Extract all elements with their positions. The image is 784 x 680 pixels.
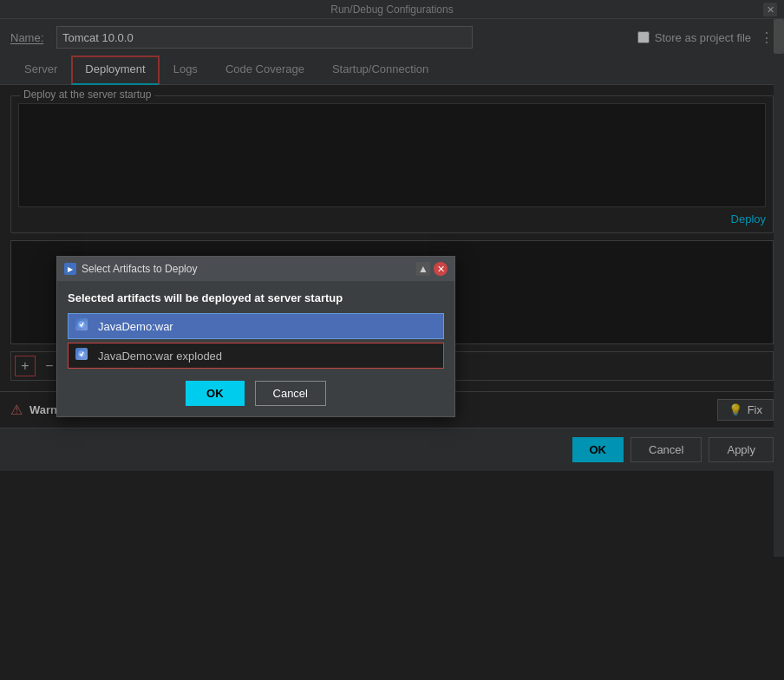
modal-title-bar: ▶ Select Artifacts to Deploy ▲ ✕	[57, 257, 454, 281]
modal-close-button[interactable]: ✕	[434, 262, 448, 276]
modal-title-text: Select Artifacts to Deploy	[82, 263, 197, 275]
artifact-item-1[interactable]: JavaDemo:war exploded	[68, 343, 444, 369]
select-artifacts-modal: ▶ Select Artifacts to Deploy ▲ ✕ Selecte…	[56, 256, 455, 417]
modal-buttons: OK Cancel	[68, 381, 444, 406]
artifact-item-0[interactable]: JavaDemo:war	[68, 313, 444, 339]
artifact-icon-1	[75, 348, 91, 363]
modal-cancel-button[interactable]: Cancel	[255, 381, 326, 406]
modal-description: Selected artifacts will be deployed at s…	[68, 291, 444, 304]
artifact-name-0: JavaDemo:war	[98, 320, 173, 333]
modal-app-icon: ▶	[64, 263, 76, 275]
modal-overlay: ▶ Select Artifacts to Deploy ▲ ✕ Selecte…	[0, 0, 784, 680]
modal-body: Selected artifacts will be deployed at s…	[57, 281, 454, 416]
artifact-icon-0	[75, 318, 91, 334]
modal-title-left: ▶ Select Artifacts to Deploy	[64, 263, 197, 275]
modal-controls: ▲ ✕	[416, 262, 448, 276]
modal-minimize-button[interactable]: ▲	[416, 262, 430, 276]
modal-ok-button[interactable]: OK	[186, 381, 245, 406]
artifact-name-1: JavaDemo:war exploded	[98, 350, 222, 363]
